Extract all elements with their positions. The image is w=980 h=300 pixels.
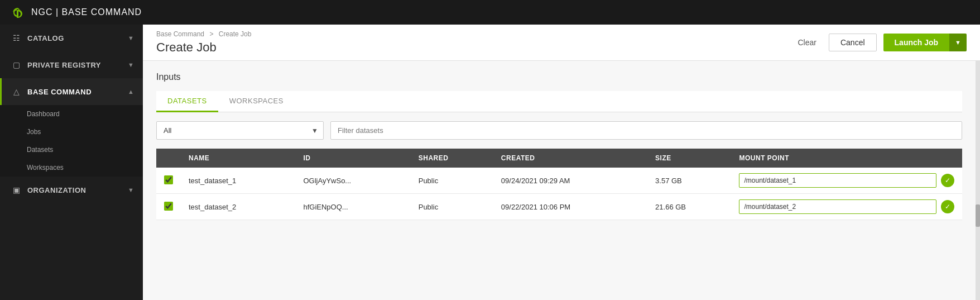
dataset-shared-1: Public bbox=[411, 194, 493, 220]
row-checkbox-cell[interactable] bbox=[156, 168, 181, 194]
table-row: test_dataset_2 hfGiENpOQ... Public 09/22… bbox=[156, 194, 962, 220]
sidebar-sub-item-dashboard[interactable]: Dashboard bbox=[0, 105, 143, 123]
logo: NGC | BASE COMMAND bbox=[9, 3, 142, 21]
launch-job-dropdown-button[interactable]: ▼ bbox=[949, 34, 967, 51]
table-row: test_dataset_1 OGljAyYwSo... Public 09/2… bbox=[156, 168, 962, 194]
col-header-checkbox bbox=[156, 149, 181, 168]
catalog-icon: ☷ bbox=[11, 32, 22, 44]
private-registry-chevron-icon: ▼ bbox=[128, 61, 134, 68]
breadcrumb-separator: > bbox=[209, 30, 213, 38]
breadcrumb: Base Command > Create Job bbox=[156, 30, 251, 38]
right-scrollbar[interactable] bbox=[976, 61, 980, 300]
cancel-button[interactable]: Cancel bbox=[829, 34, 877, 51]
mount-point-input-1[interactable] bbox=[739, 199, 936, 214]
base-command-icon: △ bbox=[11, 86, 22, 97]
sidebar-sub-item-jobs[interactable]: Jobs bbox=[0, 123, 143, 141]
breadcrumb-current: Create Job bbox=[219, 30, 252, 38]
filter-search-input[interactable] bbox=[330, 121, 962, 140]
col-header-shared: SHARED bbox=[411, 149, 493, 168]
col-header-size: SIZE bbox=[647, 149, 731, 168]
datasets-table: NAME ID SHARED CREATED SIZE MOUNT POINT … bbox=[156, 149, 962, 220]
tab-datasets[interactable]: DATASETS bbox=[156, 91, 218, 112]
mount-point-input-0[interactable] bbox=[739, 173, 936, 188]
organization-chevron-icon: ▼ bbox=[128, 187, 134, 193]
dataset-mount-cell-1: ✓ bbox=[731, 194, 962, 220]
sidebar-item-base-command-label: BASE COMMAND bbox=[27, 88, 122, 96]
dataset-created-1: 09/22/2021 10:06 PM bbox=[493, 194, 647, 220]
main-layout: ☷ CATALOG ▼ ▢ PRIVATE REGISTRY ▼ △ BASE … bbox=[0, 25, 980, 300]
page-title: Create Job bbox=[156, 40, 251, 55]
private-registry-icon: ▢ bbox=[11, 59, 22, 70]
mount-status-button-1[interactable]: ✓ bbox=[941, 200, 954, 213]
base-command-submenu: Dashboard Jobs Datasets Workspaces bbox=[0, 105, 143, 177]
col-header-created: CREATED bbox=[493, 149, 647, 168]
dataset-mount-cell-0: ✓ bbox=[731, 168, 962, 194]
col-header-mount-point: MOUNT POINT bbox=[731, 149, 962, 168]
page-actions: Clear Cancel Launch Job ▼ bbox=[792, 34, 967, 51]
breadcrumb-parent-link[interactable]: Base Command bbox=[156, 30, 204, 38]
sidebar-sub-item-datasets[interactable]: Datasets bbox=[0, 141, 143, 159]
dataset-size-1: 21.66 GB bbox=[647, 194, 731, 220]
sidebar-item-catalog[interactable]: ☷ CATALOG ▼ bbox=[0, 25, 143, 51]
sidebar-item-private-registry[interactable]: ▢ PRIVATE REGISTRY ▼ bbox=[0, 51, 143, 78]
dataset-name-1: test_dataset_2 bbox=[181, 194, 295, 220]
col-header-id: ID bbox=[295, 149, 410, 168]
scrollbar-thumb bbox=[976, 204, 980, 227]
top-nav: NGC | BASE COMMAND bbox=[0, 0, 980, 25]
section-title: Inputs bbox=[156, 72, 962, 82]
col-header-name: NAME bbox=[181, 149, 295, 168]
clear-button[interactable]: Clear bbox=[792, 35, 822, 50]
dataset-created-0: 09/24/2021 09:29 AM bbox=[493, 168, 647, 194]
mount-status-button-0[interactable]: ✓ bbox=[941, 174, 954, 187]
base-command-chevron-icon: ▲ bbox=[128, 88, 134, 95]
table-header: NAME ID SHARED CREATED SIZE MOUNT POINT bbox=[156, 149, 962, 168]
nvidia-logo-icon bbox=[9, 3, 27, 21]
scroll-area: Inputs DATASETS WORKSPACES All ▼ bbox=[143, 61, 976, 300]
row-checkbox-cell[interactable] bbox=[156, 194, 181, 220]
filter-row: All ▼ bbox=[156, 121, 962, 140]
sidebar-item-catalog-label: CATALOG bbox=[27, 34, 122, 42]
organization-icon: ▣ bbox=[11, 184, 22, 196]
tab-workspaces[interactable]: WORKSPACES bbox=[218, 91, 295, 112]
sidebar: ☷ CATALOG ▼ ▢ PRIVATE REGISTRY ▼ △ BASE … bbox=[0, 25, 143, 300]
sidebar-item-private-registry-label: PRIVATE REGISTRY bbox=[27, 61, 122, 69]
launch-job-button[interactable]: Launch Job bbox=[883, 34, 950, 51]
dataset-name-0: test_dataset_1 bbox=[181, 168, 295, 194]
dataset-checkbox-1[interactable] bbox=[164, 202, 173, 211]
sidebar-item-organization[interactable]: ▣ ORGANIZATION ▼ bbox=[0, 177, 143, 203]
filter-select[interactable]: All bbox=[156, 121, 324, 140]
app-title: NGC | BASE COMMAND bbox=[31, 7, 142, 17]
catalog-chevron-icon: ▼ bbox=[128, 35, 134, 41]
filter-select-wrap: All ▼ bbox=[156, 121, 324, 140]
launch-job-group: Launch Job ▼ bbox=[883, 34, 967, 51]
datasets-body: test_dataset_1 OGljAyYwSo... Public 09/2… bbox=[156, 168, 962, 220]
page-header: Base Command > Create Job Create Job Cle… bbox=[143, 25, 980, 61]
header-left: Base Command > Create Job Create Job bbox=[156, 30, 251, 55]
dataset-size-0: 3.57 GB bbox=[647, 168, 731, 194]
tabs: DATASETS WORKSPACES bbox=[156, 91, 962, 112]
sidebar-item-organization-label: ORGANIZATION bbox=[27, 186, 122, 194]
dataset-id-0: OGljAyYwSo... bbox=[295, 168, 410, 194]
sidebar-item-base-command[interactable]: △ BASE COMMAND ▲ bbox=[0, 78, 143, 105]
content-area: Base Command > Create Job Create Job Cle… bbox=[143, 25, 980, 300]
sidebar-sub-item-workspaces[interactable]: Workspaces bbox=[0, 159, 143, 177]
dataset-shared-0: Public bbox=[411, 168, 493, 194]
dataset-checkbox-0[interactable] bbox=[164, 175, 173, 184]
dataset-id-1: hfGiENpOQ... bbox=[295, 194, 410, 220]
